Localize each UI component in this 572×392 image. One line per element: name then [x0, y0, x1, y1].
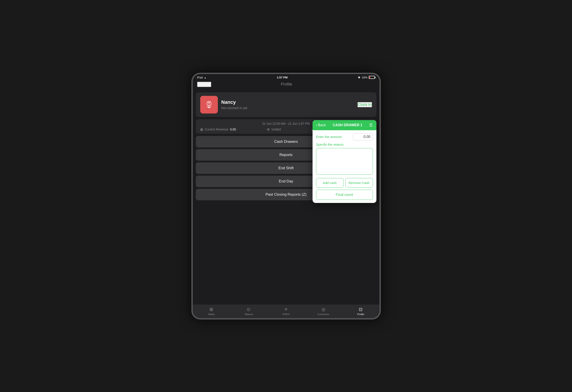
ipad-frame: iPad 1:57 PM ✱ 16% Log Out Profile [191, 73, 381, 320]
status-bar: iPad 1:57 PM ✱ 16% [193, 74, 380, 80]
profile-name: Nancy [221, 99, 354, 105]
drawer-header: ‹ Back CASH DRAWER 1 ☰ [313, 120, 376, 130]
customers-icon: ◎ [322, 307, 325, 312]
remove-cash-button[interactable]: Remove Cash [345, 178, 373, 188]
battery-bar [369, 76, 375, 79]
add-cash-button[interactable]: Add cash [316, 178, 344, 188]
profile-label: Profile [357, 313, 364, 315]
drawer-menu-icon[interactable]: ☰ [369, 123, 373, 128]
orders-label: Orders [282, 313, 290, 315]
drawer-body: Enter the amount: Specify the reason: Ad… [313, 130, 376, 203]
current-revenue-stat: ▦ Current Revenue 0.00 [200, 128, 236, 131]
time-display: 1:57 PM [277, 76, 287, 79]
clock-in-button[interactable]: Clock In [357, 102, 372, 107]
tab-tables[interactable]: ⊞ Tables [193, 307, 230, 315]
tab-orders[interactable]: ≡ Orders [267, 307, 305, 315]
nav-bar: Log Out Profile [193, 80, 380, 89]
tab-customers[interactable]: ◎ Customers [305, 307, 342, 315]
back-chevron-icon: ‹ [316, 123, 317, 127]
logout-button[interactable]: Log Out [197, 82, 211, 87]
current-revenue-label: Current Revenue [205, 128, 228, 131]
voided-icon: ⊠ [267, 128, 270, 131]
back-label: Back [318, 123, 326, 127]
profile-status: Not clocked in yet [221, 106, 354, 110]
page-title: Profile [281, 82, 292, 87]
avatar-icon [204, 99, 215, 110]
drawer-actions: Add cash Remove Cash [316, 178, 373, 188]
battery-pct: 16% [362, 76, 367, 79]
takeout-icon: ⊙ [247, 307, 250, 312]
specify-reason-label: Specify the reason: [316, 143, 373, 146]
reason-textarea[interactable] [316, 148, 373, 175]
tables-label: Tables [208, 313, 215, 315]
orders-icon: ≡ [285, 307, 287, 312]
amount-input[interactable] [353, 133, 373, 140]
customers-label: Customers [318, 313, 329, 315]
status-right: ✱ 16% [358, 76, 375, 79]
revenue-icon: ▦ [200, 128, 203, 131]
profile-info: Nancy Not clocked in yet [221, 99, 354, 110]
cash-drawer-panel: ‹ Back CASH DRAWER 1 ☰ Enter the amount:… [313, 120, 376, 203]
status-left: iPad [197, 76, 207, 79]
voided-label: Voided [271, 128, 281, 131]
main-content: Nancy Not clocked in yet Clock In 21 Jun… [193, 89, 380, 305]
tables-icon: ⊞ [209, 307, 213, 312]
bluetooth-icon: ✱ [358, 76, 360, 79]
battery-fill [369, 77, 370, 78]
tab-bar: ⊞ Tables ⊙ Takeout ≡ Orders ◎ Customers … [193, 305, 380, 318]
drawer-back-button[interactable]: ‹ Back [316, 123, 326, 127]
drawer-title: CASH DRAWER 1 [333, 123, 362, 127]
amount-row: Enter the amount: [316, 133, 373, 140]
device-label: iPad [197, 76, 203, 79]
current-revenue-value: 0.00 [230, 128, 236, 131]
tab-takeout[interactable]: ⊙ Takeout [230, 307, 267, 315]
takeout-label: Takeout [244, 313, 253, 315]
profile-card: Nancy Not clocked in yet Clock In [196, 92, 376, 117]
avatar [200, 96, 218, 114]
tab-profile[interactable]: ⊡ Profile [342, 307, 380, 315]
profile-icon: ⊡ [359, 307, 363, 312]
enter-amount-label: Enter the amount: [316, 135, 342, 139]
wifi-icon [204, 76, 207, 79]
voided-stat: ⊠ Voided [267, 128, 281, 131]
final-count-button[interactable]: Final count [316, 190, 373, 200]
